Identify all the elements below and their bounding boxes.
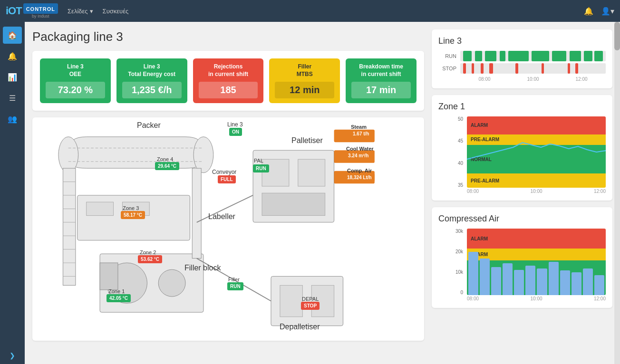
label-line3: Line 3: [227, 121, 243, 128]
line3-chart-panel: Line 3 RUN: [432, 29, 612, 88]
svg-rect-19: [100, 263, 118, 290]
zone1-chart-title: Zone 1: [438, 102, 606, 112]
svg-rect-4: [63, 168, 76, 285]
air-axis-0800: 08:00: [467, 296, 479, 301]
run-track: [460, 51, 606, 61]
label-steam: Steam: [351, 124, 367, 130]
badge-line3-on: ON: [229, 128, 242, 136]
air-bar-8: [549, 262, 559, 295]
label-zone2: Zone 2: [140, 249, 156, 255]
air-bar-3: [491, 267, 501, 295]
sidebar-item-alerts[interactable]: 🔔: [3, 48, 22, 65]
kpi-oee: Line 3OEE 73.20 %: [40, 58, 111, 103]
scrollbar-thumb[interactable]: [614, 22, 620, 50]
air-bar-11: [583, 268, 593, 295]
axis-1200: 12:00: [557, 77, 606, 82]
air-bar-12: [594, 275, 604, 295]
compressed-air-panel: Compressed Air 30k 20k 10k 0 ALARM: [432, 207, 612, 308]
main-content: Packaging line 3 Line 3OEE 73.20 % Line …: [25, 22, 620, 348]
air-y-20k: 20k: [453, 249, 463, 254]
air-axis-1200: 12:00: [594, 296, 606, 301]
svg-rect-14: [87, 202, 114, 215]
label-zone1: Zone 1: [108, 288, 125, 294]
svg-point-18: [158, 269, 185, 297]
kpi-breakdown-title: Breakdown timein current shift: [351, 63, 411, 78]
zone1-y-50: 50: [453, 116, 463, 122]
left-panel: Packaging line 3 Line 3OEE 73.20 % Line …: [32, 29, 424, 341]
kpi-container: Line 3OEE 73.20 % Line 3Total Energy cos…: [32, 51, 424, 111]
air-axis-1000: 10:00: [530, 296, 542, 301]
air-bar-7: [537, 268, 547, 295]
user-icon[interactable]: 👤▾: [601, 7, 614, 16]
label-zone3: Zone 3: [123, 205, 139, 211]
label-depal: DEPAL: [302, 296, 319, 302]
axis-1000: 10:00: [509, 77, 557, 82]
label-palletiser: Palletiser: [291, 136, 323, 145]
kpi-rejections: Rejectionsin current shift 185: [193, 58, 264, 103]
label-packer: Packer: [137, 121, 161, 130]
air-bar-6: [525, 266, 535, 295]
svg-point-0: [58, 137, 78, 173]
badge-filler-run: RUN: [227, 282, 243, 290]
scrollbar-track[interactable]: [614, 22, 620, 348]
label-filler: Filler: [228, 277, 240, 282]
sidebar-item-charts[interactable]: 📊: [3, 68, 22, 86]
navbar: iOT CONTROL by Indust Σελίδες ▾ Συσκευές…: [0, 0, 620, 22]
air-bar-2: [480, 259, 490, 295]
compressed-air-wrapper: 30k 20k 10k 0 ALARM ALARM: [453, 229, 606, 301]
label-coolwater: Cool Water: [346, 146, 374, 152]
badge-pal-run: RUN: [253, 164, 269, 172]
sidebar-item-list[interactable]: ☰: [3, 89, 22, 106]
kpi-breakdown: Breakdown timein current shift 17 min: [346, 58, 417, 103]
label-compair: Comp. Air: [347, 168, 372, 173]
zone1-axis: 08:00 10:00 12:00: [453, 189, 606, 194]
logo-iot: iOT: [6, 5, 22, 17]
timeline-run-row: RUN: [438, 51, 606, 61]
nav-right: 🔔 👤▾: [584, 7, 614, 16]
badge-steam-value: 1.67 t/h: [350, 130, 372, 138]
line3-chart-title: Line 3: [438, 36, 606, 46]
label-depalletiser: Depalletiser: [280, 323, 320, 331]
zone1-chart-panel: Zone 1 50 45 40 35 ALARM: [432, 95, 612, 201]
air-bars-container: [467, 229, 606, 295]
svg-rect-26: [280, 286, 302, 317]
svg-rect-22: [262, 159, 289, 186]
zone1-y-45: 45: [453, 138, 463, 144]
stop-track: [460, 63, 606, 74]
air-bar-1: [468, 252, 478, 295]
diagram-panel: .machine-line { stroke: #555; stroke-wid…: [32, 117, 424, 341]
page-title: Packaging line 3: [32, 29, 424, 44]
nav-devices[interactable]: Συσκευές: [103, 8, 129, 15]
zone1-axis-0800: 08:00: [467, 189, 479, 194]
timeline-axis: 08:00 10:00 12:00: [438, 77, 606, 82]
kpi-oee-value: 73.20 %: [46, 82, 105, 98]
zone1-chart-wrapper: 50 45 40 35 ALARM PRE-ALARM: [453, 116, 606, 194]
kpi-filler-value: 12 min: [275, 82, 334, 98]
svg-point-1: [194, 137, 213, 173]
sidebar-item-users[interactable]: 👥: [3, 110, 22, 127]
kpi-energy-value: 1,235 €/h: [122, 82, 182, 98]
nav-pages[interactable]: Σελίδες ▾: [68, 8, 93, 15]
badge-depal-stop: STOP: [301, 302, 320, 310]
nav-links: Σελίδες ▾ Συσκευές: [68, 8, 128, 15]
logo-control-text: CONTROL: [26, 6, 55, 12]
kpi-filler: FillerMTBS 12 min: [269, 58, 340, 103]
zone1-y-40: 40: [453, 161, 463, 166]
air-y-10k: 10k: [453, 269, 463, 275]
compressed-air-title: Compressed Air: [438, 214, 606, 224]
sidebar-item-home[interactable]: 🏠: [3, 27, 22, 44]
svg-rect-23: [298, 159, 325, 186]
logo-control-box: CONTROL: [23, 3, 58, 14]
chevron-down-icon: ▾: [90, 8, 93, 15]
timeline-stop-row: STOP: [438, 63, 606, 74]
bell-icon[interactable]: 🔔: [584, 7, 593, 16]
badge-zone1-temp: 42.05 °C: [107, 294, 131, 302]
zone1-axis-1000: 10:00: [530, 189, 542, 194]
stop-label: STOP: [438, 66, 456, 71]
label-filler-block: Filler block: [184, 264, 221, 272]
svg-rect-20: [192, 168, 201, 258]
label-zone4: Zone 4: [157, 156, 173, 162]
label-pal: PAL: [254, 158, 263, 163]
badge-compair-value: 18,324 Lt/h: [344, 173, 375, 182]
zone1-line-svg: [467, 116, 606, 188]
